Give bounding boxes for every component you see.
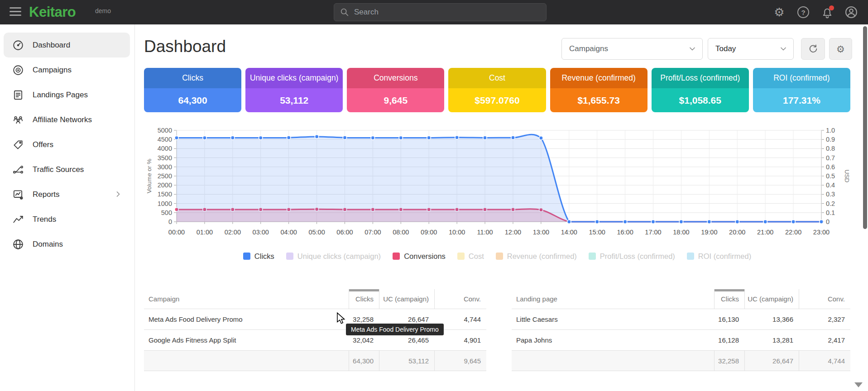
sidebar-item-label: Dashboard <box>33 41 70 50</box>
legend-item[interactable]: ROI (confirmed) <box>687 252 751 261</box>
column-header-clicks[interactable]: Clicks <box>714 289 744 309</box>
sidebar-item-trends[interactable]: Trends <box>4 207 130 232</box>
mouse-cursor <box>336 312 347 324</box>
stat-card-value: 53,112 <box>245 88 343 112</box>
svg-text:19:00: 19:00 <box>701 229 717 236</box>
svg-text:2500: 2500 <box>158 172 172 180</box>
svg-text:2000: 2000 <box>158 181 172 189</box>
sidebar-item-campaigns[interactable]: Campaigns <box>4 57 130 82</box>
svg-text:07:00: 07:00 <box>364 229 381 236</box>
menu-toggle-icon[interactable] <box>10 7 21 17</box>
svg-text:5000: 5000 <box>158 127 172 134</box>
landing-uc: 13,281 <box>744 330 799 351</box>
group-by-select[interactable]: Campaigns <box>561 38 703 60</box>
legend-item[interactable]: Clicks <box>243 252 274 261</box>
svg-text:16:00: 16:00 <box>617 229 633 236</box>
legend-label: Revenue (confirmed) <box>507 252 577 261</box>
legend-item[interactable]: Profit/Loss (confirmed) <box>589 252 675 261</box>
svg-text:23:00: 23:00 <box>813 229 830 236</box>
svg-text:4000: 4000 <box>158 145 172 152</box>
stat-card-unique-clicks[interactable]: Unique clicks (campaign) 53,112 <box>245 68 343 112</box>
settings-icon[interactable]: ⚙ <box>772 5 786 19</box>
legend-swatch-icon <box>496 253 503 260</box>
svg-text:Volume or %: Volume or % <box>146 159 153 194</box>
legend-item[interactable]: Cost <box>457 252 484 261</box>
legend-item[interactable]: Unique clicks (campaign) <box>286 252 381 261</box>
scrollbar-thumb[interactable] <box>863 26 867 229</box>
dashboard-settings-button[interactable]: ⚙ <box>829 38 852 60</box>
stat-card-conversions[interactable]: Conversions 9,645 <box>347 68 444 112</box>
column-header-conv[interactable]: Conv. <box>799 289 850 309</box>
refresh-button[interactable] <box>801 38 825 60</box>
svg-text:0.3: 0.3 <box>826 191 835 198</box>
brand-logo[interactable]: Keitaro <box>29 4 76 20</box>
stat-card-value: $597.0760 <box>448 88 546 112</box>
stat-card-profit-loss[interactable]: Profit/Loss (confirmed) $1,058.65 <box>652 68 749 112</box>
date-range-select[interactable]: Today <box>708 38 794 60</box>
landing-pages-table: Landing page Clicks UC (campaign) Conv. … <box>512 289 850 371</box>
legend-label: Unique clicks (campaign) <box>297 252 381 261</box>
chevron-down-icon <box>688 44 697 53</box>
svg-text:0.5: 0.5 <box>826 172 835 180</box>
svg-text:0.9: 0.9 <box>826 136 835 143</box>
column-header-uc[interactable]: UC (campaign) <box>379 289 434 309</box>
svg-text:01:00: 01:00 <box>197 229 213 236</box>
totals-uc: 26,647 <box>744 351 799 371</box>
users-icon <box>12 114 24 126</box>
account-icon[interactable] <box>844 5 858 19</box>
totals-conv: 4,744 <box>799 351 850 371</box>
sort-indicator <box>349 289 379 291</box>
svg-text:09:00: 09:00 <box>421 229 437 236</box>
global-search[interactable] <box>334 3 547 21</box>
svg-text:4500: 4500 <box>158 136 172 143</box>
campaign-name[interactable]: Meta Ads Food Delivery Promo <box>144 309 349 330</box>
svg-text:0: 0 <box>826 218 830 225</box>
search-input[interactable] <box>354 8 541 17</box>
stat-card-value: 64,300 <box>144 88 241 112</box>
sidebar-item-label: Offers <box>33 140 53 149</box>
scroll-down-indicator[interactable] <box>854 382 863 387</box>
campaign-name[interactable]: Google Ads Fitness App Split <box>144 330 349 351</box>
sidebar-item-reports[interactable]: Reports <box>4 182 130 207</box>
stat-card-cost[interactable]: Cost $597.0760 <box>448 68 546 112</box>
column-header-uc[interactable]: UC (campaign) <box>744 289 799 309</box>
svg-text:06:00: 06:00 <box>336 229 353 236</box>
stat-card-roi[interactable]: ROI (confirmed) 177.31% <box>753 68 850 112</box>
landing-conv: 2,417 <box>799 330 850 351</box>
sidebar-item-affiliate-networks[interactable]: Affiliate Networks <box>4 107 130 132</box>
chevron-right-icon <box>114 190 123 199</box>
svg-text:04:00: 04:00 <box>281 229 297 236</box>
refresh-icon <box>808 44 818 54</box>
stat-card-clicks[interactable]: Clicks 64,300 <box>144 68 241 112</box>
stat-card-revenue[interactable]: Revenue (confirmed) $1,655.73 <box>550 68 647 112</box>
svg-text:0.2: 0.2 <box>826 200 835 207</box>
stat-card-value: $1,655.73 <box>550 88 647 112</box>
legend-item[interactable]: Revenue (confirmed) <box>496 252 577 261</box>
landing-name[interactable]: Papa Johns <box>512 330 714 351</box>
notifications-icon[interactable] <box>820 5 834 19</box>
landing-name[interactable]: Little Caesars <box>512 309 714 330</box>
column-header-conv[interactable]: Conv. <box>434 289 486 309</box>
legend-item[interactable]: Conversions <box>393 252 446 261</box>
svg-text:18:00: 18:00 <box>673 229 689 236</box>
sidebar-item-domains[interactable]: Domains <box>4 232 130 257</box>
sidebar-item-label: Campaigns <box>33 66 72 75</box>
column-header-landing-page[interactable]: Landing page <box>512 289 714 309</box>
totals-uc: 53,112 <box>379 351 434 371</box>
sidebar-item-dashboard[interactable]: Dashboard <box>4 33 130 57</box>
stat-card-label: Clicks <box>144 68 241 88</box>
help-icon[interactable]: ? <box>796 5 810 19</box>
sidebar-item-landings-pages[interactable]: Landings Pages <box>4 82 130 107</box>
svg-text:0.6: 0.6 <box>826 163 835 171</box>
totals-clicks: 32,258 <box>714 351 744 371</box>
svg-text:3500: 3500 <box>158 154 172 162</box>
svg-text:10:00: 10:00 <box>449 229 465 236</box>
totals-label <box>144 351 349 371</box>
legend-label: ROI (confirmed) <box>698 252 751 261</box>
svg-text:0.1: 0.1 <box>826 209 835 216</box>
brand-suffix: demo <box>95 7 111 14</box>
column-header-campaign[interactable]: Campaign <box>144 289 349 309</box>
column-header-clicks[interactable]: Clicks <box>349 289 379 309</box>
sidebar-item-traffic-sources[interactable]: Traffic Sources <box>4 157 130 182</box>
sidebar-item-offers[interactable]: Offers <box>4 132 130 157</box>
